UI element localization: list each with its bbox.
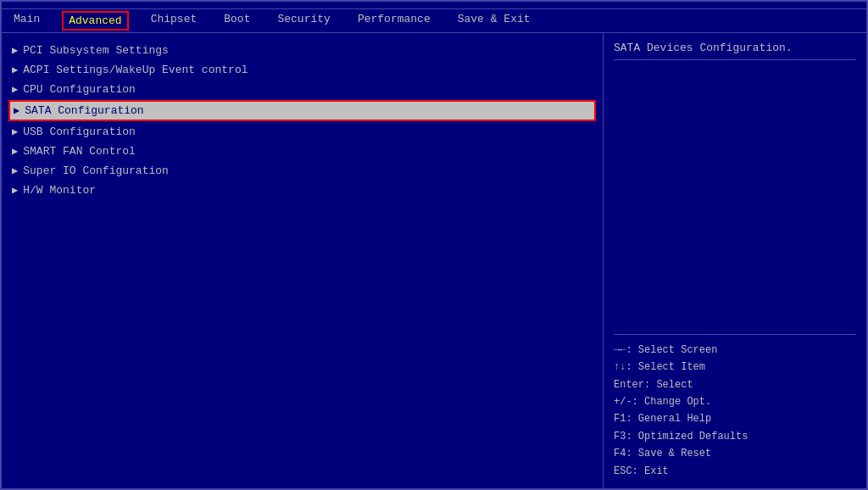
- menu-entry-sata-configuration[interactable]: ▶SATA Configuration: [8, 100, 596, 121]
- left-panel: ▶PCI Subsystem Settings▶ACPI Settings/Wa…: [2, 33, 604, 488]
- menu-entry-smart-fan-control[interactable]: ▶SMART FAN Control: [8, 142, 596, 160]
- entry-label: PCI Subsystem Settings: [23, 44, 169, 57]
- arrow-icon: ▶: [12, 125, 18, 138]
- menu-entry-pci-subsystem-settings[interactable]: ▶PCI Subsystem Settings: [8, 42, 596, 59]
- arrow-icon: ▶: [14, 104, 19, 117]
- arrow-icon: ▶: [12, 145, 18, 158]
- menu-entry-usb-configuration[interactable]: ▶USB Configuration: [8, 123, 596, 141]
- key-help-item: Enter: Select: [614, 376, 856, 393]
- key-help-item: F3: Optimized Defaults: [614, 428, 856, 445]
- content-area: ▶PCI Subsystem Settings▶ACPI Settings/Wa…: [2, 33, 866, 488]
- arrow-icon: ▶: [12, 64, 18, 76]
- menu-bar: MainAdvancedChipsetBootSecurityPerforman…: [2, 9, 866, 33]
- key-help-item: +/-: Change Opt.: [614, 393, 856, 410]
- entry-label: SMART FAN Control: [23, 145, 136, 158]
- key-help-item: F4: Save & Reset: [614, 445, 856, 462]
- menu-item-advanced[interactable]: Advanced: [62, 11, 128, 31]
- menu-entry-cpu-configuration[interactable]: ▶CPU Configuration: [8, 81, 596, 98]
- entry-label: CPU Configuration: [23, 83, 136, 96]
- entry-label: SATA Configuration: [25, 104, 143, 117]
- menu-item-main[interactable]: Main: [8, 11, 45, 31]
- arrow-icon: ▶: [12, 83, 18, 96]
- key-help-item: F1: General Help: [614, 410, 856, 427]
- menu-entry-hw-monitor[interactable]: ▶H/W Monitor: [8, 181, 596, 199]
- menu-item-performance[interactable]: Performance: [353, 11, 436, 31]
- menu-item-security[interactable]: Security: [272, 11, 335, 31]
- menu-entry-acpi-settingswakeup-event-control[interactable]: ▶ACPI Settings/WakeUp Event control: [8, 61, 596, 79]
- key-help-item: ↑↓: Select Item: [614, 359, 856, 376]
- entry-label: USB Configuration: [23, 125, 136, 138]
- entry-label: H/W Monitor: [23, 184, 96, 197]
- key-help-item: ESC: Exit: [614, 463, 856, 480]
- arrow-icon: ▶: [12, 184, 18, 197]
- arrow-icon: ▶: [12, 44, 18, 57]
- help-text: SATA Devices Configuration.: [614, 42, 856, 60]
- entry-label: Super IO Configuration: [23, 164, 169, 177]
- title-bar: [2, 2, 866, 9]
- bios-screen: MainAdvancedChipsetBootSecurityPerforman…: [0, 0, 868, 490]
- menu-item-chipset[interactable]: Chipset: [146, 11, 203, 31]
- menu-item-save--exit[interactable]: Save & Exit: [453, 11, 536, 31]
- help-spacer: [614, 67, 856, 334]
- key-help-section: →←: Select Screen↑↓: Select ItemEnter: S…: [614, 334, 856, 480]
- entry-label: ACPI Settings/WakeUp Event control: [23, 64, 248, 76]
- menu-entry-super-io-configuration[interactable]: ▶Super IO Configuration: [8, 162, 596, 180]
- right-panel: SATA Devices Configuration. →←: Select S…: [604, 33, 866, 488]
- menu-item-boot[interactable]: Boot: [219, 11, 255, 31]
- arrow-icon: ▶: [12, 164, 18, 177]
- key-help-item: →←: Select Screen: [614, 342, 856, 359]
